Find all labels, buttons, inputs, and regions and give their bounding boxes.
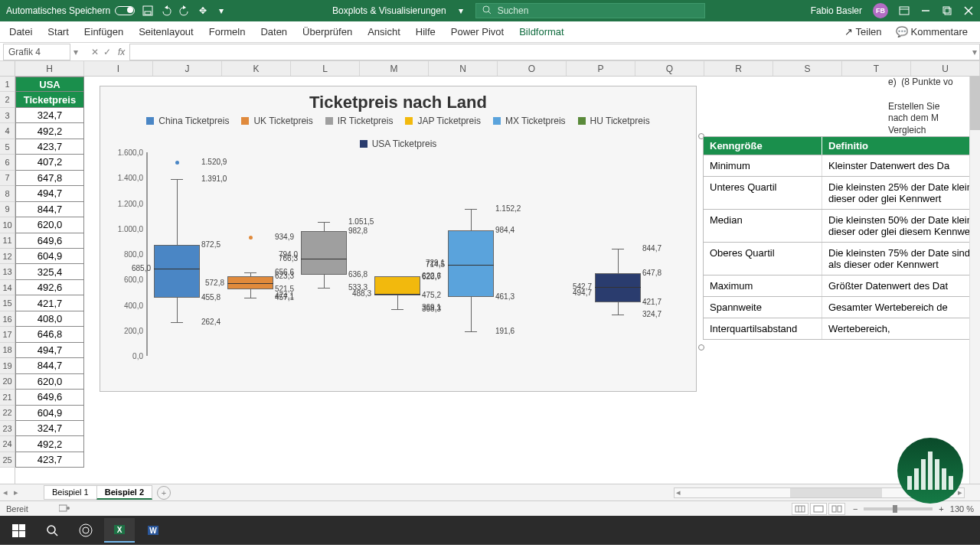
toggle-switch[interactable] (115, 6, 135, 15)
data-cell[interactable]: 604,9 (15, 249, 84, 264)
ribbon-tab-überprüfen[interactable]: Überprüfen (302, 26, 352, 37)
row-header[interactable]: 7 (0, 171, 15, 186)
ribbon-tab-seitenlayout[interactable]: Seitenlayout (139, 26, 194, 37)
start-button[interactable] (3, 518, 34, 543)
row-header[interactable]: 16 (0, 311, 15, 327)
name-box[interactable]: Grafik 4 (3, 44, 70, 60)
zoom-in-icon[interactable]: + (939, 504, 943, 514)
table-header-cell[interactable]: USA (15, 77, 84, 92)
boxplot-chart[interactable]: Ticketpreis nach Land China TicketpreisU… (100, 86, 697, 392)
data-cell[interactable]: 492,2 (15, 436, 84, 452)
col-header[interactable]: J (153, 61, 222, 76)
ribbon-tab-bildformat[interactable]: Bildformat (519, 26, 564, 37)
row-header[interactable]: 20 (0, 374, 15, 390)
data-cell[interactable]: 325,4 (15, 264, 84, 279)
row-header[interactable]: 4 (0, 123, 15, 139)
data-cell[interactable]: 649,6 (15, 390, 84, 405)
data-cell[interactable]: 492,6 (15, 280, 84, 295)
touch-icon[interactable]: ✥ (198, 5, 208, 16)
share-button[interactable]: ↗Teilen (844, 26, 882, 37)
close-icon[interactable] (963, 5, 974, 16)
search-box[interactable]: Suchen (475, 3, 705, 18)
macro-record-icon[interactable] (59, 504, 70, 514)
zoom-slider[interactable] (864, 507, 933, 510)
data-cell[interactable]: 844,7 (15, 358, 84, 373)
sheet-tab[interactable]: Beispiel 2 (96, 485, 152, 500)
ribbon-tab-hilfe[interactable]: Hilfe (416, 26, 436, 37)
comments-button[interactable]: 💬Kommentare (896, 26, 968, 37)
select-all-corner[interactable] (0, 61, 15, 77)
worksheet-grid[interactable]: 1234567891011121314151617181920212223242… (0, 61, 980, 484)
col-header[interactable]: N (429, 61, 498, 76)
ribbon-tab-datei[interactable]: Datei (9, 26, 32, 37)
data-cell[interactable]: 421,7 (15, 295, 84, 311)
redo-icon[interactable] (179, 5, 190, 16)
row-header[interactable]: 8 (0, 186, 15, 201)
page-layout-view-icon[interactable] (810, 503, 827, 515)
data-cell[interactable]: 408,0 (15, 311, 84, 327)
fx-label[interactable]: fx (118, 47, 125, 57)
scroll-right-icon[interactable]: ▸ (958, 487, 962, 497)
data-cell[interactable]: 423,7 (15, 452, 84, 468)
ribbon-tab-power pivot[interactable]: Power Pivot (451, 26, 504, 37)
row-header[interactable]: 10 (0, 217, 15, 233)
taskbar-excel-icon[interactable]: X (104, 518, 135, 543)
row-header[interactable]: 11 (0, 233, 15, 249)
maximize-icon[interactable] (942, 5, 952, 16)
taskbar-search-icon[interactable] (37, 518, 67, 543)
zoom-level[interactable]: 130 % (950, 504, 974, 514)
formula-input[interactable] (129, 44, 969, 60)
sheet-nav-next-icon[interactable]: ▸ (11, 487, 21, 497)
save-icon[interactable] (142, 5, 153, 16)
definitions-table[interactable]: Kenngröße Definitio MinimumKleinster Dat… (703, 136, 980, 340)
image-handle[interactable] (698, 344, 704, 350)
row-header[interactable]: 9 (0, 202, 15, 217)
data-cell[interactable]: 423,7 (15, 139, 84, 155)
row-header[interactable]: 18 (0, 343, 15, 358)
data-cell[interactable]: 324,7 (15, 421, 84, 436)
data-cell[interactable]: 646,8 (15, 327, 84, 342)
cancel-fx-icon[interactable]: ✕ (89, 47, 101, 57)
undo-icon[interactable] (161, 5, 172, 16)
data-cell[interactable]: 844,7 (15, 202, 84, 217)
accept-fx-icon[interactable]: ✓ (101, 47, 113, 57)
ribbon-tab-daten[interactable]: Daten (260, 26, 287, 37)
scroll-left-icon[interactable]: ◂ (676, 487, 681, 497)
data-cell[interactable]: 647,8 (15, 171, 84, 186)
formula-expand-icon[interactable]: ▾ (969, 44, 980, 60)
row-header[interactable]: 22 (0, 406, 15, 421)
row-header[interactable]: 3 (0, 108, 15, 123)
doc-dropdown-icon[interactable]: ▾ (459, 5, 463, 16)
col-header[interactable]: K (222, 61, 291, 76)
row-header[interactable]: 1 (0, 77, 15, 92)
col-header[interactable]: R (704, 61, 773, 76)
row-header[interactable]: 5 (0, 139, 15, 155)
sheet-tab[interactable]: Beispiel 1 (44, 485, 97, 500)
data-cell[interactable]: 492,2 (15, 123, 84, 139)
user-avatar[interactable]: FB (873, 3, 888, 18)
col-header[interactable]: U (911, 61, 980, 76)
col-header[interactable]: L (291, 61, 360, 76)
namebox-dropdown-icon[interactable]: ▾ (70, 47, 81, 57)
row-header[interactable]: 24 (0, 436, 15, 452)
row-header[interactable]: 21 (0, 390, 15, 405)
row-header[interactable]: 2 (0, 92, 15, 107)
col-header[interactable]: O (498, 61, 567, 76)
table-header-cell[interactable]: Ticketpreis (15, 92, 84, 107)
user-name[interactable]: Fabio Basler (811, 5, 862, 16)
ribbon-options-icon[interactable] (899, 5, 910, 16)
ribbon-tab-ansicht[interactable]: Ansicht (368, 26, 400, 37)
row-header[interactable]: 12 (0, 249, 15, 264)
col-header[interactable]: T (842, 61, 911, 76)
row-header[interactable]: 14 (0, 280, 15, 295)
taskbar-obs-icon[interactable] (70, 518, 101, 543)
page-break-view-icon[interactable] (828, 503, 845, 515)
sheet-nav-prev-icon[interactable]: ◂ (0, 487, 11, 497)
row-header[interactable]: 6 (0, 155, 15, 170)
data-cell[interactable]: 604,9 (15, 406, 84, 421)
data-cell[interactable]: 620,0 (15, 217, 84, 233)
taskbar-word-icon[interactable]: W (138, 518, 168, 543)
col-header[interactable]: I (84, 61, 153, 76)
ribbon-tab-start[interactable]: Start (47, 26, 68, 37)
data-cell[interactable]: 649,6 (15, 233, 84, 249)
